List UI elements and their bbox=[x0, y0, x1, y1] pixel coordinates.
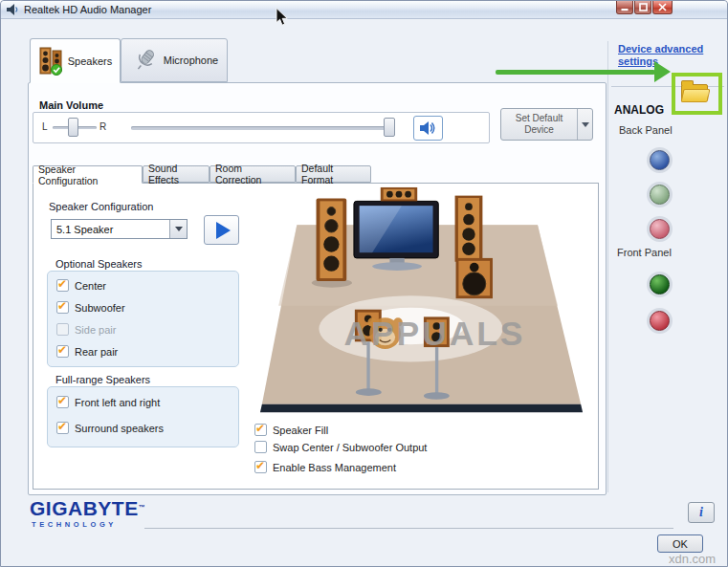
checkbox[interactable] bbox=[254, 441, 267, 453]
maximize-button[interactable] bbox=[634, 1, 651, 14]
window-controls bbox=[616, 1, 673, 14]
checkbox-side-pair: Side pair bbox=[56, 323, 116, 336]
gigabyte-logo: GIGABYTE™ TECHNOLOGY bbox=[30, 498, 145, 529]
appuals-watermark-text: APPUALS bbox=[344, 315, 526, 353]
checkbox[interactable] bbox=[254, 424, 267, 436]
checkbox-enable-bass-management[interactable]: Enable Bass Management bbox=[254, 461, 396, 473]
checkbox-label: Center bbox=[75, 280, 106, 292]
vertical-divider bbox=[607, 41, 608, 492]
full-range-speakers-title: Full-range Speakers bbox=[55, 374, 150, 385]
speaker-configuration-dropdown[interactable]: 5.1 Speaker bbox=[51, 219, 188, 239]
checkbox-label: Subwoofer bbox=[75, 302, 125, 314]
realtek-audio-manager-window: Realtek HD Audio Manager bbox=[0, 0, 728, 567]
titlebar[interactable]: Realtek HD Audio Manager bbox=[1, 1, 727, 19]
main-volume-panel: L R bbox=[33, 112, 490, 143]
checkbox[interactable] bbox=[56, 422, 69, 434]
balance-right-label: R bbox=[99, 121, 106, 132]
tab-label: Speaker Configuration bbox=[38, 164, 137, 186]
close-button[interactable] bbox=[652, 1, 673, 14]
checkbox-label: Swap Center / Subwoofer Output bbox=[273, 442, 427, 453]
speaker-layout-illustration: APPUALS bbox=[248, 186, 596, 419]
information-button[interactable] bbox=[688, 502, 715, 523]
tab-speakers[interactable]: Speakers bbox=[30, 38, 121, 83]
minimize-button[interactable] bbox=[616, 1, 633, 14]
dropdown-selected-value: 5.1 Speaker bbox=[52, 224, 169, 235]
tab-room-correction[interactable]: Room Correction bbox=[210, 165, 296, 183]
checkbox[interactable] bbox=[56, 279, 69, 292]
checkbox[interactable] bbox=[254, 461, 267, 473]
annotation-arrow-line bbox=[496, 70, 655, 75]
trademark-symbol: ™ bbox=[139, 504, 145, 511]
volume-slider-handle[interactable] bbox=[384, 118, 395, 137]
minimize-icon bbox=[621, 4, 629, 11]
checkbox[interactable] bbox=[56, 301, 69, 314]
front-panel-label: Front Panel bbox=[617, 247, 672, 258]
footer-divider bbox=[144, 528, 673, 529]
checkbox-label: Rear pair bbox=[75, 346, 118, 358]
checkbox[interactable] bbox=[56, 396, 69, 408]
checkbox-center[interactable]: Center bbox=[56, 279, 106, 292]
checkbox-label: Enable Bass Management bbox=[273, 462, 396, 473]
speaker-volume-icon bbox=[419, 120, 437, 136]
maximize-icon bbox=[639, 3, 648, 11]
tab-speakers-label: Speakers bbox=[68, 55, 112, 67]
main-volume-label: Main Volume bbox=[39, 99, 103, 111]
checkbox-label: Speaker Fill bbox=[273, 425, 328, 436]
tab-speaker-configuration[interactable]: Speaker Configuration bbox=[33, 165, 143, 184]
checkbox-label: Surround speakers bbox=[75, 423, 164, 434]
annotation-arrow-head bbox=[654, 61, 671, 82]
checkbox bbox=[56, 323, 69, 336]
gigabyte-tagline: TECHNOLOGY bbox=[32, 520, 145, 529]
tab-label: Room Correction bbox=[215, 163, 290, 185]
dropdown-arrow-button[interactable] bbox=[169, 220, 187, 238]
tab-default-format[interactable]: Default Format bbox=[296, 165, 371, 183]
mouse-cursor bbox=[276, 8, 289, 27]
balance-slider-handle[interactable] bbox=[68, 118, 78, 137]
balance-left-label: L bbox=[42, 121, 48, 132]
front-panel-jack-dark-green[interactable] bbox=[650, 274, 670, 294]
tab-label: Sound Effects bbox=[148, 163, 204, 185]
checkbox[interactable] bbox=[56, 345, 69, 358]
tab-microphone[interactable]: Microphone bbox=[121, 38, 228, 82]
gigabyte-wordmark: GIGABYTE bbox=[30, 497, 139, 519]
checkbox-rear-pair[interactable]: Rear pair bbox=[56, 345, 118, 358]
back-panel-jack-blue[interactable] bbox=[650, 150, 670, 170]
speaker-title-icon bbox=[6, 3, 19, 16]
close-icon bbox=[658, 3, 667, 11]
speaker-configuration-label: Speaker Configuration bbox=[49, 201, 153, 212]
tab-microphone-label: Microphone bbox=[164, 55, 218, 66]
checkbox-subwoofer[interactable]: Subwoofer bbox=[56, 301, 125, 314]
analog-section-title: ANALOG bbox=[614, 103, 664, 117]
checkbox-label: Side pair bbox=[75, 324, 116, 336]
folder-front bbox=[681, 89, 711, 102]
play-test-button[interactable] bbox=[204, 215, 239, 245]
ok-button[interactable]: OK bbox=[657, 534, 703, 553]
tab-label: Default Format bbox=[301, 163, 365, 185]
back-panel-jack-pink[interactable] bbox=[650, 219, 670, 239]
back-panel-jack-light-green[interactable] bbox=[650, 185, 670, 205]
checkbox-swap-center-subwoofer[interactable]: Swap Center / Subwoofer Output bbox=[254, 441, 427, 453]
set-default-device-label: Set Default Device bbox=[501, 109, 577, 140]
speakers-icon bbox=[38, 47, 63, 76]
tab-sound-effects[interactable]: Sound Effects bbox=[143, 165, 210, 183]
checkbox-surround-speakers[interactable]: Surround speakers bbox=[56, 422, 164, 434]
set-default-device-button[interactable]: Set Default Device bbox=[500, 108, 593, 141]
volume-slider[interactable] bbox=[131, 126, 395, 130]
back-panel-label: Back Panel bbox=[619, 124, 673, 136]
front-panel-jack-red[interactable] bbox=[650, 311, 670, 331]
corner-watermark: xdn.com bbox=[669, 552, 716, 566]
microphone-icon bbox=[130, 46, 159, 75]
set-default-dropdown-arrow[interactable] bbox=[577, 109, 592, 140]
checkbox-label: Front left and right bbox=[75, 397, 160, 408]
optional-speakers-title: Optional Speakers bbox=[55, 258, 143, 270]
mute-button[interactable] bbox=[413, 116, 443, 141]
checkbox-speaker-fill[interactable]: Speaker Fill bbox=[254, 424, 328, 436]
checkbox-front-left-right[interactable]: Front left and right bbox=[56, 396, 160, 408]
window-title: Realtek HD Audio Manager bbox=[24, 4, 151, 15]
device-advanced-settings-link[interactable]: Device advanced settings bbox=[618, 43, 725, 68]
connector-settings-folder-icon[interactable] bbox=[681, 82, 708, 101]
